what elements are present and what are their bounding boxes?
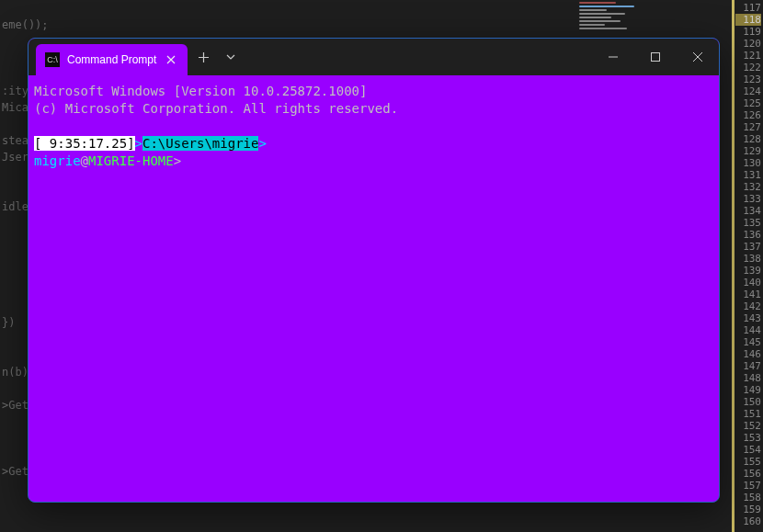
command-prompt-icon: C:\ bbox=[45, 52, 60, 67]
maximize-button[interactable] bbox=[634, 39, 677, 75]
prompt-gt: > bbox=[174, 153, 181, 168]
prompt-time: [ 9:35:17.25] bbox=[34, 136, 135, 151]
editor-line-numbers: 1171181191201211221231241251261271281291… bbox=[735, 0, 763, 532]
prompt-host: MIGRIE-HOME bbox=[88, 153, 174, 168]
titlebar[interactable]: C:\ Command Prompt bbox=[28, 39, 719, 75]
banner-line-1: Microsoft Windows [Version 10.0.25872.10… bbox=[34, 84, 367, 98]
close-icon bbox=[166, 55, 176, 64]
prompt-separator: > bbox=[135, 136, 142, 151]
minimize-button[interactable] bbox=[592, 39, 634, 75]
prompt-user: migrie bbox=[34, 153, 81, 168]
terminal-window: C:\ Command Prompt Microsoft Windows [Ve… bbox=[28, 38, 720, 503]
terminal-content[interactable]: Microsoft Windows [Version 10.0.25872.10… bbox=[28, 75, 719, 177]
close-icon bbox=[693, 52, 702, 62]
chevron-down-icon bbox=[226, 54, 235, 60]
minimize-icon bbox=[609, 52, 618, 62]
svg-rect-0 bbox=[652, 53, 660, 62]
prompt-path: C:\Users\migrie bbox=[142, 136, 258, 151]
plus-icon bbox=[199, 52, 209, 62]
tab-title: Command Prompt bbox=[67, 53, 156, 66]
tab-command-prompt[interactable]: C:\ Command Prompt bbox=[36, 44, 188, 75]
line-number-ruler bbox=[732, 0, 735, 532]
tab-dropdown-button[interactable] bbox=[219, 39, 243, 75]
prompt-at: @ bbox=[81, 153, 88, 168]
banner-line-2: (c) Microsoft Corporation. All rights re… bbox=[34, 101, 398, 116]
prompt-gt: > bbox=[258, 136, 266, 151]
tab-close-button[interactable] bbox=[164, 52, 178, 67]
maximize-icon bbox=[651, 52, 660, 62]
close-window-button[interactable] bbox=[677, 39, 719, 75]
titlebar-drag-region[interactable] bbox=[243, 39, 592, 75]
new-tab-button[interactable] bbox=[188, 39, 219, 75]
